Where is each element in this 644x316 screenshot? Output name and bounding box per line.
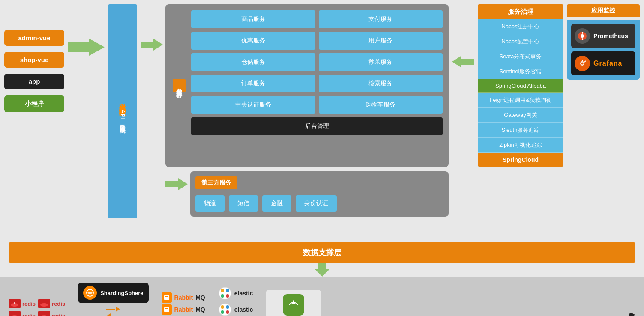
gov-zipkin: Zipkin可视化追踪	[478, 138, 563, 153]
client-label: admin-vue	[18, 34, 50, 42]
svg-point-51	[219, 304, 231, 316]
client-label: shop-vue	[20, 56, 49, 63]
gov-springcloud: SpringCloud	[478, 153, 563, 167]
service-user: 用户服务	[319, 32, 443, 50]
arrow-to-third	[165, 171, 188, 190]
gateway-column: 限流鉴权熔断降级 API网关过滤路由负载均衡	[108, 4, 137, 218]
oss-group: 开放存储服务OSS	[266, 290, 321, 316]
services-grid: 商品服务 支付服务 优惠服务 用户服务	[191, 10, 443, 161]
service-warehouse: 仓储服务	[191, 53, 315, 71]
arrow-to-gateway	[68, 4, 105, 56]
gov-gateway: Gateway网关	[478, 108, 563, 123]
third-party-services: 物流 短信 金融 身份认证	[195, 195, 443, 212]
monitoring-column: 应用监控 Prometheus	[567, 4, 640, 80]
svg-rect-42	[164, 307, 169, 312]
redis-icon-4	[38, 311, 50, 316]
elastic-group: elastic elastic	[218, 286, 253, 316]
data-layer-label: 数据层	[628, 308, 635, 311]
redis-icon-3	[9, 311, 21, 316]
service-auth: 中央认证服务	[191, 96, 315, 114]
arrow-from-governance	[452, 4, 474, 68]
double-arrows	[106, 307, 120, 316]
grafana-box: Grafana	[571, 51, 635, 75]
client-miniprogram: 小程序	[4, 95, 64, 112]
prometheus-box: Prometheus	[571, 24, 635, 48]
elastic-item-2: elastic	[218, 303, 253, 316]
prometheus-icon	[575, 28, 590, 44]
tp-logistics: 物流	[195, 195, 225, 212]
gov-nacos-registry: Nacos注册中心	[478, 19, 563, 34]
grafana-label: Grafana	[593, 60, 622, 67]
svg-text:R: R	[14, 302, 15, 304]
redis-item-2: redis	[38, 299, 65, 308]
svg-point-52	[221, 305, 224, 309]
down-arrow-wrapper	[0, 263, 644, 277]
gateway-text: 限流鉴权熔断降级	[118, 98, 127, 105]
svg-point-17	[40, 303, 48, 307]
elastic-item-1: elastic	[218, 286, 253, 300]
sharding-sphere-logo: ShardingSphere	[78, 283, 148, 303]
client-admin-vue: admin-vue	[4, 30, 64, 46]
svg-rect-43	[165, 308, 168, 309]
service-admin: 后台管理	[191, 117, 443, 135]
gateway-sub: API网关过滤路由负载均衡	[119, 110, 126, 124]
client-label: 小程序	[25, 100, 44, 107]
gov-nacos-config: Nacos配置中心	[478, 34, 563, 49]
top-section: admin-vue shop-vue app 小程序 限流鉴权熔断降级 API网…	[0, 0, 644, 240]
grafana-icon	[575, 56, 590, 71]
elastic-icon-2	[218, 303, 232, 316]
sharding-icon	[83, 286, 97, 300]
svg-rect-61	[287, 305, 300, 311]
client-shop-vue: shop-vue	[4, 52, 64, 68]
service-search: 检索服务	[319, 75, 443, 92]
sharding-label: ShardingSphere	[100, 290, 143, 296]
arrow-left-1	[106, 313, 120, 316]
arrow-right-1	[106, 307, 120, 312]
redis-icon-1: R	[9, 299, 21, 308]
gov-sentinel: Sentinel服务容错	[478, 64, 563, 79]
third-party-row: 第三方服务 物流 短信 金融	[165, 171, 449, 217]
data-layer-section: R redis redis	[0, 277, 644, 316]
redis-item-3: redis	[9, 311, 36, 316]
gov-feign: Feign远程调用&负载均衡	[478, 93, 563, 108]
svg-point-53	[226, 305, 229, 309]
redis-item-1: R redis	[9, 299, 36, 308]
svg-rect-5	[584, 36, 587, 36]
service-payment: 支付服务	[319, 10, 443, 28]
gov-sleuth: Sleuth服务追踪	[478, 123, 563, 138]
rabbitmq-item-1: RabbitMQ	[162, 292, 205, 303]
governance-items: Nacos注册中心 Nacos配置中心 Seata分布式事务 Sentinel服…	[478, 19, 563, 167]
svg-point-50	[226, 294, 229, 298]
elastic-icon-1	[218, 286, 232, 300]
tp-sms: 短信	[229, 195, 258, 212]
client-label: app	[29, 78, 40, 85]
third-party-label: 第三方服务	[195, 176, 237, 189]
rabbitmq-icon-1	[162, 292, 172, 303]
svg-point-1	[581, 34, 584, 38]
arrow-to-business	[141, 4, 163, 51]
business-services-area: 业务微服务群 商品服务 支付服务 优惠服务	[165, 4, 449, 167]
rabbitmq-group: RabbitMQ RabbitMQ RabbitMQ	[162, 292, 205, 316]
svg-marker-62	[292, 300, 295, 304]
redis-icon-2	[38, 299, 50, 308]
gov-seata: Seata分布式事务	[478, 49, 563, 64]
service-product: 商品服务	[191, 10, 315, 28]
sharding-mysql-group: ShardingSphere	[78, 283, 148, 316]
arrows-set	[106, 307, 120, 316]
prometheus-label: Prometheus	[593, 33, 628, 39]
service-discount: 优惠服务	[191, 32, 315, 50]
tp-finance: 金融	[262, 195, 291, 212]
down-arrow-group	[315, 263, 330, 277]
monitoring-box: Prometheus Grafana	[567, 20, 640, 80]
svg-point-54	[221, 310, 224, 314]
data-support-wrapper: 数据支撑层	[0, 240, 644, 263]
business-row: 业务微服务群 商品服务 支付服务 优惠服务	[141, 4, 449, 217]
redis-item-4: redis	[38, 311, 65, 316]
svg-point-46	[219, 287, 231, 299]
business-and-third: 业务微服务群 商品服务 支付服务 优惠服务	[165, 4, 449, 217]
biz-label: 业务微服务群	[173, 79, 186, 92]
governance-title: 服务治理	[478, 4, 563, 19]
middle-column: 业务微服务群 商品服务 支付服务 优惠服务	[141, 4, 449, 217]
data-support-layer: 数据支撑层	[9, 242, 635, 263]
svg-point-47	[221, 289, 224, 292]
